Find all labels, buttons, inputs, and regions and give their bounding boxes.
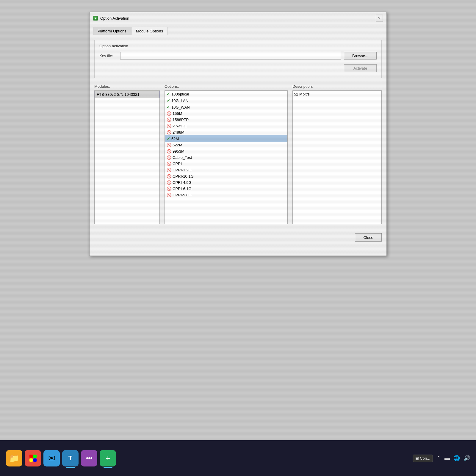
check-icon: ✓: [167, 92, 170, 96]
taskbar: 📁 ✉ T + ▣ Con... ⌃ ▬ 🌐 🔊: [0, 440, 476, 476]
activate-button: Activate: [344, 64, 377, 72]
option-name: 100optical: [171, 92, 189, 96]
modules-list[interactable]: FTB-880v2 S/N:1043321: [94, 90, 160, 224]
check-icon: ✓: [167, 136, 170, 141]
option-name: 10G_LAN: [171, 98, 188, 103]
option-name: 155M: [173, 111, 182, 116]
taskbar-icons: 📁 ✉ T +: [6, 450, 116, 466]
taskbar-icon-app6[interactable]: +: [100, 450, 116, 466]
modules-panel: Modules: FTB-880v2 S/N:1043321: [94, 84, 160, 224]
option-item[interactable]: 🚫1588PTP: [165, 117, 287, 123]
option-item[interactable]: 🚫622M: [165, 142, 287, 148]
tabs-container: Platform Options Module Options: [90, 24, 386, 35]
option-activation-label: Option activation: [99, 44, 377, 48]
options-list[interactable]: ✓100optical✓10G_LAN✓10G_WAN🚫155M🚫1588PTP…: [165, 90, 288, 224]
tab-module-options[interactable]: Module Options: [131, 27, 167, 35]
battery-icon: ▬: [444, 455, 450, 461]
svg-point-8: [90, 457, 92, 459]
option-item[interactable]: ✓10G_LAN: [165, 97, 287, 104]
block-icon: 🚫: [167, 111, 171, 116]
option-item[interactable]: 🚫CPRI: [165, 161, 287, 167]
block-icon: 🚫: [167, 149, 171, 154]
option-name: CPRI-1.2G: [173, 168, 192, 172]
option-item[interactable]: ✓52M: [165, 135, 287, 142]
dialog-footer: Close: [90, 229, 386, 246]
description-panel: Description: 52 Mbit/s: [292, 84, 382, 224]
dialog-icon: [93, 16, 98, 21]
option-name: CPRI-10.1G: [173, 174, 194, 178]
svg-rect-2: [29, 455, 33, 458]
sys-tray-con[interactable]: ▣ Con...: [413, 455, 433, 462]
block-icon: 🚫: [167, 193, 171, 197]
taskbar-icon-app5[interactable]: [81, 450, 97, 466]
svg-rect-4: [29, 458, 33, 462]
taskbar-right: ▣ Con... ⌃ ▬ 🌐 🔊: [413, 455, 470, 462]
svg-point-1: [95, 18, 96, 19]
key-file-main: Key file:: [99, 52, 341, 62]
option-item[interactable]: 🚫CPRI-10.1G: [165, 173, 287, 179]
option-item[interactable]: ✓100optical: [165, 91, 287, 97]
block-icon: 🚫: [167, 187, 171, 191]
volume-icon[interactable]: 🔊: [464, 455, 470, 461]
option-name: CPRI-4.9G: [173, 180, 192, 185]
options-label: Options:: [165, 84, 288, 89]
svg-rect-5: [33, 458, 37, 462]
option-item[interactable]: 🚫CPRI-6.1G: [165, 186, 287, 192]
dialog-close-button[interactable]: ×: [376, 15, 383, 22]
description-text: 52 Mbit/s: [294, 92, 310, 96]
option-name: 52M: [171, 137, 179, 141]
sys-tray: ▣ Con... ⌃ ▬ 🌐 🔊: [413, 455, 470, 462]
block-icon: 🚫: [167, 180, 171, 185]
svg-rect-3: [33, 455, 37, 458]
block-icon: 🚫: [167, 174, 171, 178]
taskbar-icon-mail[interactable]: ✉: [43, 450, 60, 466]
option-item[interactable]: 🚫2.5-5GE: [165, 123, 287, 129]
option-item[interactable]: 🚫9953M: [165, 148, 287, 154]
option-name: 2488M: [173, 130, 184, 134]
key-file-area: Key file: Browse... Activate: [99, 52, 377, 72]
block-icon: 🚫: [167, 168, 171, 172]
option-item[interactable]: 🚫CPRI-9.8G: [165, 192, 287, 198]
option-name: 2.5-5GE: [173, 124, 187, 128]
svg-point-7: [88, 457, 90, 459]
option-item[interactable]: 🚫2488M: [165, 129, 287, 135]
block-icon: 🚫: [167, 155, 171, 160]
taskbar-icon-file-explorer[interactable]: 📁: [6, 450, 22, 466]
option-name: 9953M: [173, 149, 184, 154]
options-panel: Options: ✓100optical✓10G_LAN✓10G_WAN🚫155…: [165, 84, 288, 224]
modules-label: Modules:: [94, 84, 160, 89]
block-icon: 🚫: [167, 118, 171, 122]
option-name: CPRI-9.8G: [173, 193, 192, 197]
option-item[interactable]: ✓10G_WAN: [165, 104, 287, 110]
key-file-input[interactable]: [120, 52, 341, 60]
taskbar-icon-start[interactable]: [25, 450, 41, 466]
buttons-col: Browse... Activate: [344, 52, 377, 72]
option-item[interactable]: 🚫CPRI-4.9G: [165, 179, 287, 186]
option-item[interactable]: 🚫155M: [165, 110, 287, 117]
check-icon: ✓: [167, 98, 170, 103]
description-box: 52 Mbit/s: [292, 90, 382, 224]
option-name: Cable_Test: [173, 155, 192, 160]
title-bar: Option Activation ×: [90, 12, 386, 24]
key-file-label: Key file:: [99, 54, 117, 58]
option-activation-section: Option activation Key file: Browse... Ac…: [94, 40, 382, 78]
close-dialog-button[interactable]: Close: [355, 233, 382, 242]
dialog-window: Option Activation × Platform Options Mod…: [89, 12, 387, 256]
browse-button[interactable]: Browse...: [344, 52, 377, 60]
option-name: 1588PTP: [173, 118, 189, 122]
dialog-title: Option Activation: [100, 16, 129, 21]
block-icon: 🚫: [167, 130, 171, 134]
module-item[interactable]: FTB-880v2 S/N:1043321: [95, 91, 159, 98]
option-item[interactable]: 🚫Cable_Test: [165, 154, 287, 161]
check-icon: ✓: [167, 105, 170, 109]
tab-platform-options[interactable]: Platform Options: [93, 27, 131, 35]
svg-point-6: [86, 457, 88, 459]
option-item[interactable]: 🚫CPRI-1.2G: [165, 167, 287, 173]
lower-panels: Modules: FTB-880v2 S/N:1043321 Options: …: [94, 84, 382, 224]
taskbar-icon-text-app[interactable]: T: [62, 450, 79, 466]
description-label: Description:: [292, 84, 382, 89]
network-icon: 🌐: [453, 455, 460, 461]
chevron-icon[interactable]: ⌃: [436, 455, 441, 461]
key-file-row: Key file:: [99, 52, 341, 60]
block-icon: 🚫: [167, 162, 171, 166]
